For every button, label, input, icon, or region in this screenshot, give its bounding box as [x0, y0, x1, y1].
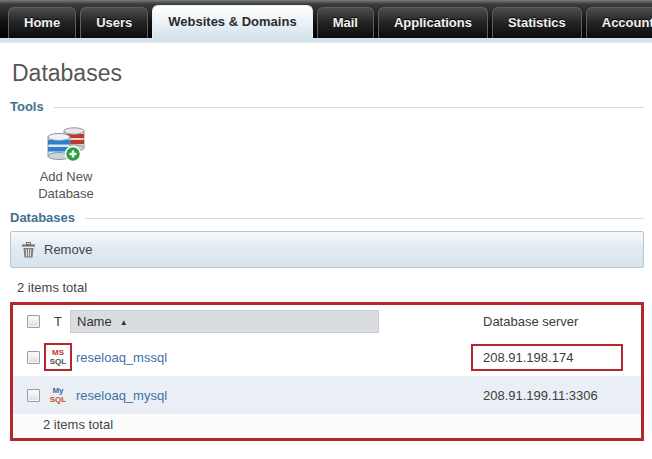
table-header-row: T Name▲ Database server — [13, 305, 641, 338]
database-link-mysql[interactable]: reseloaq_mysql — [76, 388, 167, 403]
tools-section-header: Tools — [10, 99, 644, 114]
add-new-database-button[interactable]: Add New Database — [20, 126, 112, 202]
databases-section-label: Databases — [10, 210, 75, 225]
column-header-type[interactable]: T — [43, 314, 73, 329]
page-title: Databases — [12, 60, 644, 87]
tab-users[interactable]: Users — [80, 7, 148, 38]
select-all-checkbox[interactable] — [27, 315, 40, 328]
mssql-icon: MS SQL — [50, 348, 66, 366]
annotation-box-ip: 208.91.198.174 — [471, 344, 623, 371]
items-total-top: 2 items total — [17, 280, 644, 295]
tab-applications[interactable]: Applications — [378, 7, 488, 38]
section-divider — [85, 218, 644, 219]
tools-section-label: Tools — [10, 99, 44, 114]
server-address: 208.91.198.174 — [483, 350, 573, 365]
server-address: 208.91.199.11:3306 — [471, 388, 598, 403]
column-header-name[interactable]: Name▲ — [70, 310, 379, 333]
table-row: MS SQL reseloaq_mssql 208.91.198.174 — [13, 338, 641, 376]
annotation-box-table: T Name▲ Database server MS SQL — [10, 302, 644, 441]
remove-button[interactable]: Remove — [21, 242, 92, 258]
trash-icon — [21, 242, 36, 258]
section-divider — [54, 107, 644, 108]
tab-statistics[interactable]: Statistics — [492, 7, 582, 38]
tab-home[interactable]: Home — [8, 7, 76, 38]
database-link-mssql[interactable]: reseloaq_mssql — [76, 350, 167, 365]
nav-bottom-strip — [0, 38, 652, 43]
annotation-box-mssql-icon: MS SQL — [44, 343, 72, 371]
sort-ascending-icon: ▲ — [120, 318, 128, 327]
tab-account[interactable]: Account — [586, 7, 652, 38]
row-checkbox[interactable] — [27, 351, 40, 364]
column-header-server[interactable]: Database server — [471, 314, 578, 329]
add-database-label-line2: Database — [20, 185, 112, 202]
content-area: Databases Tools — [0, 60, 652, 441]
mysql-icon: My SQL — [50, 386, 66, 404]
top-navbar: Home Users Websites & Domains Mail Appli… — [0, 0, 652, 38]
row-checkbox[interactable] — [27, 389, 40, 402]
add-database-label-line1: Add New — [20, 168, 112, 185]
items-total-bottom: 2 items total — [13, 414, 641, 438]
tab-mail[interactable]: Mail — [317, 7, 374, 38]
list-toolbar: Remove — [10, 231, 644, 268]
databases-section-header: Databases — [10, 210, 644, 225]
remove-button-label: Remove — [44, 242, 92, 257]
add-database-icon — [44, 126, 88, 164]
tab-websites-domains[interactable]: Websites & Domains — [152, 5, 312, 38]
table-row: My SQL reseloaq_mysql 208.91.199.11:3306 — [13, 376, 641, 414]
